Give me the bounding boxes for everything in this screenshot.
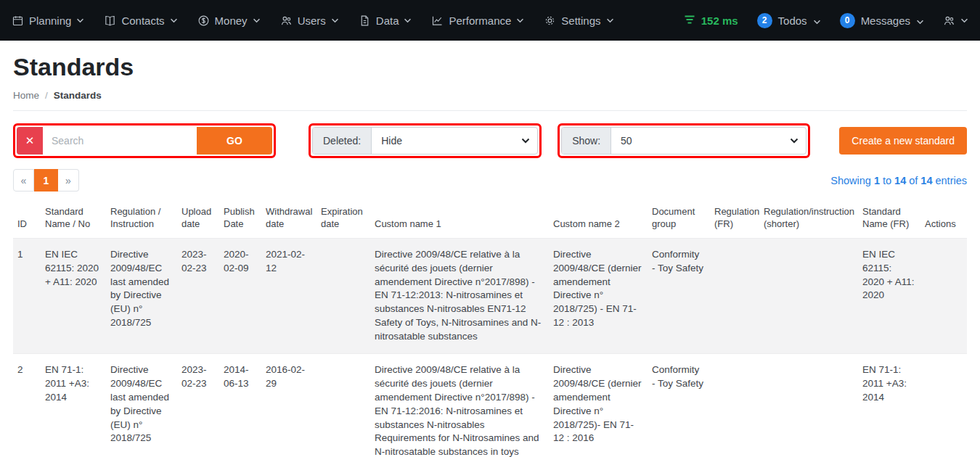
chart-icon: [431, 15, 444, 27]
table-header-row: ID Standard Name / No Regulation / Instr…: [13, 202, 967, 238]
clear-search-button[interactable]: ✕: [17, 127, 43, 155]
nav-item-planning[interactable]: Planning: [12, 15, 84, 27]
chevron-down-icon: [404, 18, 412, 23]
cell-publish-date: 2014-06-13: [224, 354, 266, 457]
messages-label: Messages: [861, 15, 910, 27]
book-icon: [104, 15, 116, 27]
col-header-id[interactable]: ID: [13, 202, 45, 238]
cell-regulation: Directive 2009/48/EC last amended by Dir…: [110, 238, 181, 353]
deleted-filter-label: Deleted:: [313, 128, 372, 154]
users-icon: [280, 15, 293, 27]
chevron-down-icon: [916, 15, 924, 27]
cell-upload-date: 2023-02-23: [181, 354, 224, 457]
summary-text: of: [909, 175, 918, 186]
nav-item-label: Data: [376, 15, 399, 27]
cell-document-group: Conformity - Toy Safety: [652, 238, 714, 353]
deleted-filter-group: Deleted: Hide: [312, 127, 538, 155]
account-menu[interactable]: [943, 15, 968, 27]
filter-lines-icon: [684, 14, 695, 28]
deleted-highlight-frame: Deleted: Hide: [309, 123, 542, 158]
cell-actions: [925, 238, 967, 353]
breadcrumb-separator: /: [45, 90, 48, 101]
col-header-regulation-fr[interactable]: Regulation (FR): [714, 202, 764, 238]
search-group: ✕ GO: [17, 127, 272, 155]
search-input[interactable]: [43, 127, 197, 155]
response-time: 152 ms: [684, 14, 738, 28]
nav-item-label: Settings: [561, 15, 600, 27]
pagination-page-1-button[interactable]: 1: [34, 169, 58, 192]
nav-item-label: Users: [298, 15, 326, 27]
cell-withdrawal-date: 2016-02-29: [266, 354, 321, 457]
gear-icon: [544, 15, 556, 27]
chevron-down-icon: [76, 18, 84, 23]
col-header-actions: Actions: [925, 202, 967, 238]
col-header-standard-name[interactable]: Standard Name / No: [45, 202, 110, 238]
breadcrumb-home-link[interactable]: Home: [13, 90, 39, 101]
chevron-down-icon: [253, 18, 261, 23]
cell-custom-name-1: Directive 2009/48/CE relative à la sécur…: [375, 354, 553, 457]
summary-text: to: [883, 175, 891, 186]
messages-menu[interactable]: 0 Messages: [840, 13, 924, 28]
cell-regulation-fr: [714, 354, 764, 457]
show-filter-group: Show: 50: [561, 127, 807, 155]
col-header-expiration-date[interactable]: Expiration date: [321, 202, 375, 238]
cell-actions: [925, 354, 967, 457]
cell-expiration-date: [321, 354, 375, 457]
chevron-down-icon: [813, 15, 821, 27]
nav-item-money[interactable]: Money: [197, 15, 261, 27]
breadcrumb: Home / Standards: [13, 90, 967, 101]
col-header-custom-name-2[interactable]: Custom name 2: [553, 202, 652, 238]
col-header-document-group[interactable]: Document group: [652, 202, 714, 238]
summary-from: 1: [874, 175, 880, 186]
cell-expiration-date: [321, 238, 375, 353]
cell-id: 2: [13, 354, 45, 457]
breadcrumb-divider: [13, 110, 967, 111]
col-header-regulation-shorter[interactable]: Regulation/instruction (shorter): [764, 202, 862, 238]
chevron-down-icon: [606, 18, 614, 23]
cell-publish-date: 2020-02-09: [224, 238, 266, 353]
messages-badge: 0: [840, 13, 855, 28]
cell-regulation: Directive 2009/48/EC last amended by Dir…: [110, 354, 181, 457]
chevron-down-icon: [960, 18, 968, 23]
pagination-next-button[interactable]: »: [58, 169, 79, 192]
cell-custom-name-2: Directive 2009/48/CE (dernier amendement…: [553, 354, 652, 457]
cell-regulation-shorter: [764, 238, 862, 353]
pagination: « 1 »: [13, 169, 79, 192]
deleted-select[interactable]: Hide: [372, 128, 537, 154]
col-header-standard-name-fr[interactable]: Standard Name (FR): [862, 202, 925, 238]
col-header-withdrawal-date[interactable]: Withdrawal date: [266, 202, 321, 238]
document-icon: [359, 15, 371, 27]
col-header-upload-date[interactable]: Upload date: [181, 202, 224, 238]
nav-item-settings[interactable]: Settings: [544, 15, 613, 27]
col-header-custom-name-1[interactable]: Custom name 1: [375, 202, 553, 238]
cell-standard-name-fr: EN 71-1: 2011 +A3: 2014: [862, 354, 925, 457]
nav-item-label: Performance: [449, 15, 511, 27]
show-select[interactable]: 50: [611, 128, 806, 154]
nav-item-data[interactable]: Data: [359, 15, 412, 27]
create-standard-button[interactable]: Create a new standard: [839, 127, 967, 155]
summary-to: 14: [894, 175, 906, 186]
cell-document-group: Conformity - Toy Safety: [652, 354, 714, 457]
nav-item-contacts[interactable]: Contacts: [104, 15, 177, 27]
show-filter-label: Show:: [562, 128, 611, 154]
standards-table: ID Standard Name / No Regulation / Instr…: [13, 202, 967, 457]
entries-summary: Showing 1 to 14 of 14 entries: [830, 175, 967, 186]
nav-item-performance[interactable]: Performance: [431, 15, 524, 27]
response-time-value: 152 ms: [701, 15, 738, 27]
show-highlight-frame: Show: 50: [558, 123, 810, 158]
chevron-down-icon: [516, 18, 524, 23]
search-go-button[interactable]: GO: [197, 127, 272, 155]
chevron-down-icon: [170, 18, 178, 23]
todos-badge: 2: [757, 13, 772, 28]
breadcrumb-current: Standards: [54, 90, 102, 101]
cell-upload-date: 2023-02-23: [181, 238, 224, 353]
col-header-publish-date[interactable]: Publish Date: [224, 202, 266, 238]
nav-item-users[interactable]: Users: [280, 15, 339, 27]
cell-id: 1: [13, 238, 45, 353]
cell-withdrawal-date: 2021-02-12: [266, 238, 321, 353]
todos-menu[interactable]: 2 Todos: [757, 13, 821, 28]
col-header-regulation[interactable]: Regulation / Instruction: [110, 202, 181, 238]
search-highlight-frame: ✕ GO: [13, 123, 276, 158]
pagination-prev-button[interactable]: «: [13, 169, 34, 192]
pagination-row: « 1 » Showing 1 to 14 of 14 entries: [13, 169, 967, 192]
